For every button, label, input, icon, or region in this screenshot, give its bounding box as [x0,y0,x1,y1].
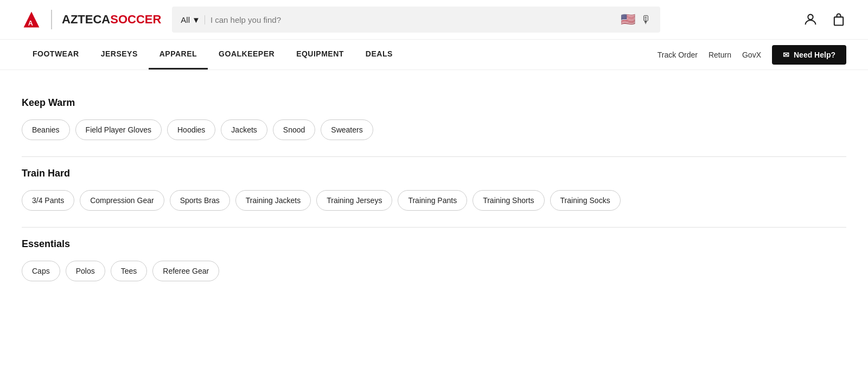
svg-text:A: A [28,20,33,27]
search-bar: All ▼ 🇺🇸 🎙 [172,7,660,33]
header: A AZTECASOCCER All ▼ 🇺🇸 🎙 [0,0,868,40]
svg-point-2 [808,15,813,20]
pill-training-socks[interactable]: Training Socks [550,190,621,211]
svg-rect-3 [834,17,843,25]
pill-jackets[interactable]: Jackets [221,119,267,140]
user-icon [803,12,818,27]
nav-main-items: FOOTWEAR JERSEYS APPAREL GOALKEEPER EQUI… [22,40,404,70]
train-hard-section: Train Hard 3/4 Pants Compression Gear Sp… [22,157,846,228]
govx-link[interactable]: GovX [742,51,761,59]
nav-item-deals[interactable]: DEALS [355,40,404,70]
keep-warm-section: Keep Warm Beanies Field Player Gloves Ho… [22,86,846,157]
chevron-down-icon: ▼ [192,15,200,24]
account-button[interactable] [803,12,818,27]
pill-3-4-pants[interactable]: 3/4 Pants [22,190,74,211]
microphone-icon[interactable]: 🎙 [641,14,652,26]
cart-icon [831,12,846,27]
pill-training-pants[interactable]: Training Pants [398,190,467,211]
pill-compression-gear[interactable]: Compression Gear [80,190,164,211]
logo-azteca: AZTECA [62,12,110,26]
nav-item-equipment[interactable]: EQUIPMENT [285,40,355,70]
keep-warm-title: Keep Warm [22,97,846,109]
need-help-label: Need Help? [794,51,835,59]
search-input[interactable] [210,15,615,24]
pill-training-jackets[interactable]: Training Jackets [235,190,311,211]
essentials-title: Essentials [22,238,846,250]
nav-item-footwear[interactable]: FOOTWEAR [22,40,90,70]
train-hard-title: Train Hard [22,168,846,179]
logo[interactable]: A AZTECASOCCER [22,10,161,29]
pill-snood[interactable]: Snood [273,119,315,140]
logo-text: AZTECASOCCER [62,12,161,27]
need-help-button[interactable]: ✉ Need Help? [772,45,846,65]
pill-referee-gear[interactable]: Referee Gear [152,261,219,281]
header-actions [803,12,846,27]
main-nav: FOOTWEAR JERSEYS APPAREL GOALKEEPER EQUI… [0,40,868,70]
pill-caps[interactable]: Caps [22,261,60,281]
logo-soccer: SOCCER [110,12,161,26]
pill-hoodies[interactable]: Hoodies [167,119,215,140]
pill-polos[interactable]: Polos [66,261,105,281]
pill-tees[interactable]: Tees [111,261,148,281]
main-content: Keep Warm Beanies Field Player Gloves Ho… [0,70,868,319]
essentials-pills: Caps Polos Tees Referee Gear [22,261,846,281]
pill-sports-bras[interactable]: Sports Bras [170,190,230,211]
search-category-select[interactable]: All ▼ [181,15,205,24]
track-order-link[interactable]: Track Order [658,51,698,59]
pill-beanies[interactable]: Beanies [22,119,70,140]
essentials-section: Essentials Caps Polos Tees Referee Gear [22,228,846,298]
pill-training-shorts[interactable]: Training Shorts [473,190,544,211]
us-flag-icon: 🇺🇸 [621,12,635,27]
nav-item-apparel[interactable]: APPAREL [149,40,208,70]
cart-button[interactable] [831,12,846,27]
nav-secondary-items: Track Order Return GovX ✉ Need Help? [658,45,846,65]
train-hard-pills: 3/4 Pants Compression Gear Sports Bras T… [22,190,846,211]
logo-icon: A [22,10,41,29]
logo-divider [51,10,52,29]
pill-training-jerseys[interactable]: Training Jerseys [316,190,392,211]
pill-sweaters[interactable]: Sweaters [321,119,373,140]
keep-warm-pills: Beanies Field Player Gloves Hoodies Jack… [22,119,846,140]
return-link[interactable]: Return [709,51,731,59]
pill-field-player-gloves[interactable]: Field Player Gloves [75,119,162,140]
search-category-label: All [181,15,190,24]
nav-item-goalkeeper[interactable]: GOALKEEPER [208,40,285,70]
nav-item-jerseys[interactable]: JERSEYS [90,40,149,70]
envelope-icon: ✉ [783,51,789,59]
